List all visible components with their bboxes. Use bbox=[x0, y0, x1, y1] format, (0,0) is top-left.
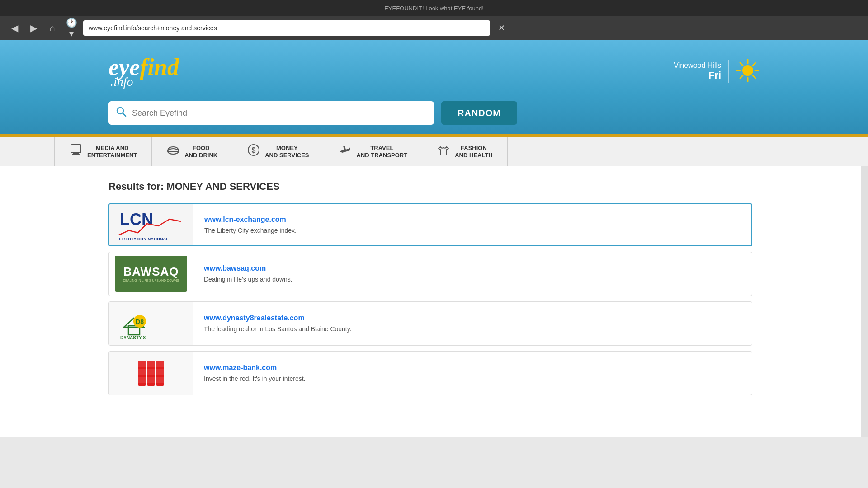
svg-rect-12 bbox=[73, 153, 79, 154]
gold-strip bbox=[0, 134, 868, 137]
search-area: RANDOM bbox=[0, 94, 868, 134]
tab-fashion[interactable]: FASHION AND HEALTH bbox=[422, 137, 508, 166]
bawsaq-sub: DEALING IN LIFE'S UPS AND DOWNS bbox=[123, 279, 179, 282]
svg-line-6 bbox=[753, 75, 755, 78]
bawsaq-text: BAWSAQ bbox=[123, 265, 179, 279]
svg-text:$: $ bbox=[252, 146, 256, 154]
food-icon bbox=[166, 143, 180, 160]
weather-icon bbox=[736, 59, 760, 84]
browser-nav-bar: ◀ ▶ ⌂ 🕐▾ ✕ bbox=[0, 16, 868, 40]
result-item-lcn[interactable]: LCN LIBERTY CITY NATIONAL EXCHANGE INDEX… bbox=[108, 203, 752, 246]
browser-top-bar: --- EYEFOUNDIT! Look what EYE found! --- bbox=[0, 0, 868, 16]
svg-line-10 bbox=[123, 113, 126, 117]
result-info-lcn: www.lcn-exchange.com The Liberty City ex… bbox=[193, 208, 751, 242]
page-wrapper: Results for: MONEY AND SERVICES LCN LIBE… bbox=[0, 166, 868, 437]
svg-rect-34 bbox=[147, 361, 155, 386]
content-area: Results for: MONEY AND SERVICES LCN LIBE… bbox=[0, 166, 861, 437]
tab-money-label: MONEY AND SERVICES bbox=[265, 145, 309, 159]
result-url-lcn[interactable]: www.lcn-exchange.com bbox=[204, 216, 741, 224]
tab-media-label: MEDIA AND ENTERTAINMENT bbox=[87, 145, 137, 159]
search-box bbox=[108, 101, 434, 125]
travel-icon bbox=[339, 143, 352, 160]
tab-travel-label: TRAVEL AND TRANSPORT bbox=[357, 145, 408, 159]
tab-fashion-label: FASHION AND HEALTH bbox=[455, 145, 493, 159]
svg-text:LIBERTY CITY NATIONAL: LIBERTY CITY NATIONAL bbox=[119, 237, 169, 241]
close-button[interactable]: ✕ bbox=[498, 23, 505, 33]
svg-text:DYNASTY 8: DYNASTY 8 bbox=[120, 335, 146, 340]
logo-area: eyefind .info bbox=[108, 55, 179, 88]
tab-travel[interactable]: TRAVEL AND TRANSPORT bbox=[324, 137, 423, 166]
result-desc-mazebank: Invest in the red. It's in your interest… bbox=[204, 375, 305, 382]
money-icon: $ bbox=[247, 143, 260, 160]
search-input[interactable] bbox=[132, 108, 427, 118]
weather-area: Vinewood Hills Fri bbox=[674, 59, 760, 84]
result-info-dynasty8: www.dynasty8realestate.com The leading r… bbox=[193, 307, 752, 340]
svg-line-5 bbox=[740, 63, 743, 66]
result-info-mazebank: www.maze-bank.com Invest in the red. It'… bbox=[193, 357, 752, 390]
mazebank-logo-box bbox=[133, 355, 169, 391]
logo-find: find bbox=[140, 54, 179, 80]
media-icon bbox=[69, 143, 83, 160]
location-name: Vinewood Hills bbox=[674, 61, 721, 70]
tab-food-label: FOOD AND DRINK bbox=[184, 145, 217, 159]
results-title: Results for: MONEY AND SERVICES bbox=[108, 181, 752, 192]
svg-text:PRIME PROPERTY IN THE LOS SANT: PRIME PROPERTY IN THE LOS SANTOS AREA bbox=[116, 341, 181, 342]
bawsaq-logo-box: BAWSAQ DEALING IN LIFE'S UPS AND DOWNS bbox=[115, 256, 187, 292]
url-bar-input[interactable] bbox=[89, 24, 485, 32]
result-desc-dynasty8: The leading realtor in Los Santos and Bl… bbox=[204, 325, 352, 333]
main-content: Results for: MONEY AND SERVICES LCN LIBE… bbox=[0, 166, 861, 437]
site-header: eyefind .info Vinewood Hills Fri bbox=[0, 40, 868, 94]
result-item-dynasty8[interactable]: D8 DYNASTY 8 PRIME PROPERTY IN THE LOS S… bbox=[108, 301, 752, 346]
result-url-dynasty8[interactable]: www.dynasty8realestate.com bbox=[204, 314, 741, 322]
result-info-bawsaq: www.bawsaq.com Dealing in life's ups and… bbox=[193, 257, 752, 291]
svg-line-7 bbox=[753, 63, 755, 66]
nav-tabs: MEDIA AND ENTERTAINMENT FOOD AND DRINK $… bbox=[0, 137, 868, 166]
svg-text:D8: D8 bbox=[136, 318, 144, 325]
result-desc-bawsaq: Dealing in life's ups and downs. bbox=[204, 276, 292, 283]
history-button[interactable]: 🕐▾ bbox=[64, 21, 79, 35]
forward-button[interactable]: ▶ bbox=[26, 21, 41, 35]
back-button[interactable]: ◀ bbox=[7, 21, 22, 35]
logo: eyefind .info bbox=[108, 55, 179, 88]
result-logo-mazebank bbox=[109, 352, 193, 395]
result-item-mazebank[interactable]: www.maze-bank.com Invest in the red. It'… bbox=[108, 351, 752, 395]
result-logo-lcn: LCN LIBERTY CITY NATIONAL EXCHANGE INDEX bbox=[109, 204, 193, 245]
result-url-mazebank[interactable]: www.maze-bank.com bbox=[204, 364, 741, 372]
result-item-bawsaq[interactable]: BAWSAQ DEALING IN LIFE'S UPS AND DOWNS w… bbox=[108, 252, 752, 296]
url-bar-container bbox=[83, 20, 490, 36]
svg-rect-11 bbox=[71, 145, 81, 153]
result-logo-bawsaq: BAWSAQ DEALING IN LIFE'S UPS AND DOWNS bbox=[109, 252, 193, 296]
svg-rect-13 bbox=[72, 154, 80, 155]
tab-money[interactable]: $ MONEY AND SERVICES bbox=[232, 137, 324, 166]
location-day: Fri bbox=[674, 70, 721, 81]
tab-media[interactable]: MEDIA AND ENTERTAINMENT bbox=[54, 137, 152, 166]
svg-line-8 bbox=[740, 75, 743, 78]
tab-food[interactable]: FOOD AND DRINK bbox=[152, 137, 232, 166]
svg-rect-33 bbox=[138, 361, 146, 386]
weather-divider bbox=[728, 60, 729, 83]
top-message: --- EYEFOUNDIT! Look what EYE found! --- bbox=[377, 5, 491, 12]
scrollbar[interactable] bbox=[861, 166, 868, 437]
svg-text:LCN: LCN bbox=[120, 210, 153, 229]
result-url-bawsaq[interactable]: www.bawsaq.com bbox=[204, 264, 741, 272]
svg-rect-35 bbox=[156, 361, 164, 386]
search-icon bbox=[116, 106, 127, 120]
result-desc-lcn: The Liberty City exchange index. bbox=[204, 227, 297, 234]
fashion-icon bbox=[437, 143, 450, 160]
svg-point-0 bbox=[742, 65, 753, 76]
random-button[interactable]: RANDOM bbox=[441, 101, 517, 125]
home-button[interactable]: ⌂ bbox=[45, 21, 60, 35]
location-info: Vinewood Hills Fri bbox=[674, 61, 721, 81]
result-logo-dynasty8: D8 DYNASTY 8 PRIME PROPERTY IN THE LOS S… bbox=[109, 302, 193, 345]
